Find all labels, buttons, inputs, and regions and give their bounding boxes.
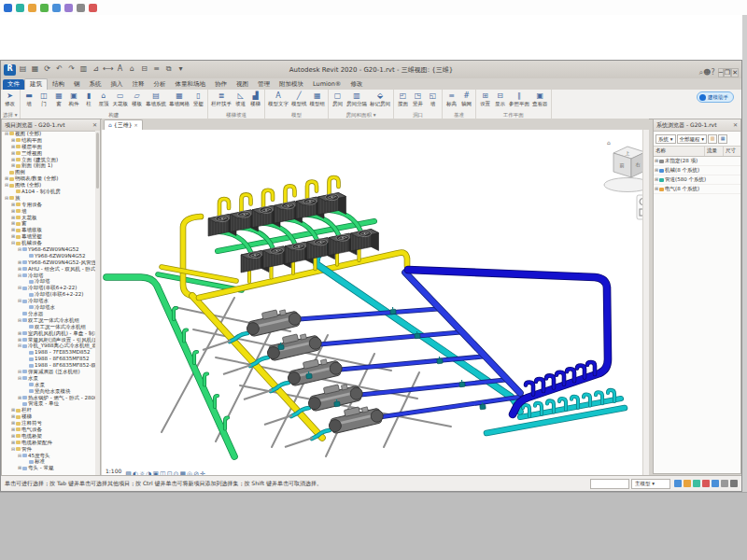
3d-model-view[interactable]: 上 前 右 ⌂ [102, 130, 642, 464]
tab-修改[interactable]: 修改 [345, 79, 367, 90]
aligned-dimension-button[interactable]: ⟷ [103, 64, 113, 76]
ribbon-button-模型组[interactable]: ▦模型组 [309, 91, 327, 106]
thin-lines-button[interactable]: ≡ [151, 64, 162, 76]
tree-item[interactable]: 冷却塔(串联6+2-22) [2, 291, 95, 298]
editable-only-icon[interactable] [674, 480, 682, 487]
tree-item[interactable]: 1988 - 8F6835MF852 [2, 356, 95, 362]
tree-item[interactable]: ⊟族 [2, 195, 95, 202]
restore-button[interactable]: ❐ [724, 68, 731, 77]
ribbon-button-竖梃[interactable]: ▯竖梃 [191, 91, 205, 106]
blue-branch-1[interactable] [319, 332, 460, 344]
tab-系统[interactable]: 系统 [85, 79, 106, 90]
scale-button[interactable]: 1:100 [106, 468, 121, 474]
tree-item[interactable]: ⊞AHU - 组合式 - 双风机 - 卧式 - 后回 - 2000 - 5000… [2, 266, 95, 273]
ribbon-button-竖井[interactable]: ◳竖井 [411, 91, 425, 106]
tree-item[interactable]: ⊞栏杆 [2, 407, 95, 413]
valve-3[interactable] [458, 380, 465, 387]
ribbon-button-栏杆扶手[interactable]: ≣栏杆扶手 [210, 91, 233, 106]
redo-button[interactable]: ↷ [66, 64, 77, 76]
blue-branch-0[interactable] [299, 309, 438, 319]
tree-item[interactable]: ⊞剖面 (剖面 1) [2, 162, 95, 169]
help-icon[interactable]: ? [711, 68, 714, 77]
valve-0[interactable] [389, 307, 396, 315]
ribbon-button-模型文字[interactable]: A模型文字 [267, 91, 289, 106]
ribbon-button-幕墙系统[interactable]: ▤幕墙系统 [145, 91, 167, 106]
column-size[interactable]: 尺寸 [724, 147, 740, 156]
tab-视图[interactable]: 视图 [232, 79, 253, 90]
view-dropdown[interactable]: 系统 ▾ [655, 134, 676, 144]
tree-item[interactable]: ⊟图纸 (全部) [2, 182, 95, 189]
ribbon-button-显示[interactable]: ⊟显示 [493, 91, 507, 106]
ribbon-button-轴网[interactable]: #轴网 [459, 91, 473, 106]
column-flow[interactable]: 流量 [705, 147, 724, 156]
ribbon-button-房间分隔[interactable]: ▥房间分隔 [345, 91, 368, 106]
tab-附加模块[interactable]: 附加模块 [275, 79, 308, 90]
ribbon-button-门[interactable]: ◫门 [37, 91, 51, 106]
ribbon-button-按面[interactable]: ◰按面 [396, 91, 410, 106]
system-row[interactable]: ⊞未指定(28 项) [654, 157, 740, 166]
blue-branch-3[interactable] [360, 380, 505, 395]
tree-item[interactable]: A104 - 制冷机房 [2, 189, 95, 195]
viewcube-right-face[interactable]: 右 [636, 161, 641, 167]
worksets-combo[interactable] [590, 479, 629, 489]
viewcube-top-face[interactable]: 上 [626, 150, 630, 156]
tree-item[interactable]: 管道泵 - 单位 [2, 400, 95, 407]
tree-item[interactable]: 标准 [2, 458, 95, 465]
tree-item[interactable]: ⊞明细表/数量 (全部) [2, 175, 95, 182]
settings-icon[interactable] [64, 4, 73, 12]
model-canvas[interactable]: 上 前 右 ⌂ 1:100 [102, 130, 649, 476]
viewcube-front-face[interactable]: 前 [620, 162, 625, 168]
viewcube[interactable]: 上 前 右 ⌂ [604, 139, 642, 192]
chiller-gray-branch-3[interactable] [264, 415, 292, 425]
tree-item[interactable]: ⊞专用设备 [2, 202, 95, 208]
tree-item[interactable]: ⊟冷却塔 [2, 273, 95, 279]
filter-icon[interactable] [730, 480, 738, 487]
viewcube-home-icon[interactable]: ⌂ [607, 139, 611, 146]
tab-结构[interactable]: 结构 [48, 79, 69, 90]
tree-item[interactable]: ⊟管件 [2, 446, 95, 453]
folder-icon[interactable] [28, 4, 36, 12]
network-icon[interactable] [77, 4, 85, 12]
canvas-scrollbar[interactable] [642, 130, 649, 476]
chiller-gray-branch-1[interactable] [223, 365, 251, 374]
gray-pipe-4[interactable] [384, 372, 419, 447]
ribbon-button-幕墙网格[interactable]: ▦幕墙网格 [168, 91, 190, 106]
default-3d-view-button[interactable]: ⌂ [127, 64, 137, 76]
tower-gooseneck-5[interactable] [330, 177, 339, 195]
ribbon-button-墙[interactable]: ▬墙 [22, 91, 36, 106]
blue-branch-4[interactable] [379, 397, 522, 417]
tab-协作[interactable]: 协作 [210, 79, 232, 90]
tab-分析[interactable]: 分析 [149, 79, 171, 90]
select-pinned-icon[interactable] [712, 480, 719, 487]
valve-2[interactable] [436, 357, 443, 364]
tab-注释[interactable]: 注释 [128, 79, 149, 90]
tab-钢[interactable]: 钢 [69, 79, 85, 90]
select-underlay-icon[interactable] [702, 480, 710, 487]
tower-gooseneck-2[interactable] [263, 190, 273, 208]
tree-item[interactable]: ⊟弹簧减震器 (泛水机组) [2, 369, 95, 375]
ribbon-button-天花板[interactable]: ▭天花板 [112, 91, 130, 106]
sync-button[interactable]: ⟳ [42, 64, 52, 76]
qat-options-button[interactable]: ▾ [176, 64, 186, 76]
column-name[interactable]: 名称 [654, 147, 705, 156]
ribbon-button-墙[interactable]: ◱墙 [426, 91, 440, 106]
tree-item[interactable]: 水泵 [2, 382, 95, 388]
tree-item[interactable]: ⊞弯头 - 常规 [2, 465, 95, 471]
tree-item[interactable]: 竖向给水泵模块 [2, 388, 95, 395]
section-button[interactable]: ⊟ [139, 64, 149, 76]
tree-item[interactable]: ⊟双工况一体式冷水机组 [2, 317, 95, 324]
close-icon[interactable]: ✕ [92, 119, 97, 131]
tree-item[interactable]: ⊟机械设备 [2, 240, 95, 246]
ribbon-button-模型线[interactable]: ╱模型线 [290, 91, 308, 106]
autofit-columns-button[interactable]: ▥ [708, 134, 717, 144]
close-icon[interactable]: ✕ [134, 120, 137, 130]
tree-item[interactable]: 冷却塔水 [2, 304, 95, 311]
ribbon-button-坡道[interactable]: ◺坡道 [233, 91, 247, 106]
ribbon-button-构件[interactable]: ▣构件 [67, 91, 81, 106]
discipline-dropdown[interactable]: 全部规程 ▾ [677, 134, 708, 144]
chiller-gray-branch-2[interactable] [244, 390, 272, 399]
help-icon[interactable] [89, 4, 97, 12]
tree-item[interactable]: ⊞注释符号 [2, 420, 95, 427]
undo-button[interactable]: ↶ [54, 64, 64, 76]
tree-item[interactable]: ⊞结构平面 [2, 137, 95, 144]
